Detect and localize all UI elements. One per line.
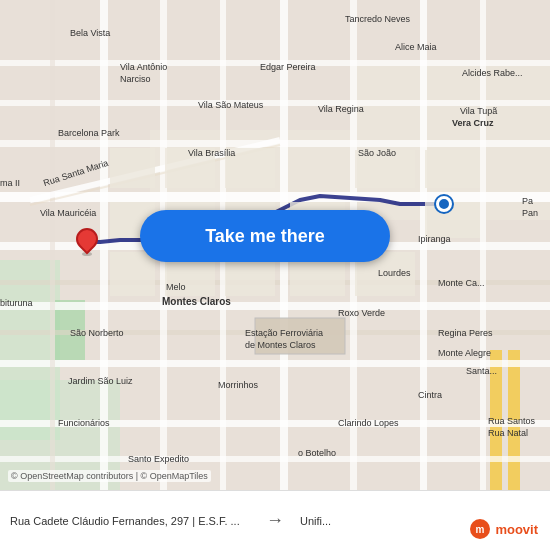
route-from-label: Rua Cadete Cláudio Fernandes, 297 | E.S.… <box>10 515 258 527</box>
svg-rect-8 <box>0 192 550 202</box>
svg-rect-15 <box>0 100 550 106</box>
svg-rect-19 <box>100 0 108 490</box>
svg-rect-13 <box>0 456 550 462</box>
svg-rect-25 <box>480 0 486 490</box>
take-me-there-button[interactable]: Take me there <box>140 210 390 262</box>
svg-rect-36 <box>355 150 415 188</box>
map-attribution: © OpenStreetMap contributors | © OpenMap… <box>8 470 211 482</box>
map-container: Bela Vista Tancredo Neves Alice Maia Alc… <box>0 0 550 490</box>
svg-rect-24 <box>420 0 427 490</box>
moovit-logo-text: moovit <box>495 522 538 537</box>
moovit-logo: m moovit <box>469 518 538 540</box>
svg-rect-38 <box>110 252 155 296</box>
svg-rect-10 <box>0 302 550 310</box>
svg-rect-44 <box>255 318 345 354</box>
svg-rect-26 <box>50 0 55 490</box>
svg-rect-29 <box>110 148 155 188</box>
svg-rect-11 <box>0 360 550 367</box>
svg-rect-37 <box>425 150 480 188</box>
svg-rect-12 <box>0 420 550 427</box>
moovit-icon: m <box>469 518 491 540</box>
svg-rect-30 <box>165 148 215 188</box>
arrow-icon: → <box>258 510 292 531</box>
svg-rect-31 <box>225 148 275 188</box>
svg-text:m: m <box>476 524 485 535</box>
origin-marker <box>436 196 452 212</box>
pin-head <box>71 223 102 254</box>
destination-marker <box>76 228 98 256</box>
svg-rect-43 <box>425 202 480 238</box>
bottom-bar: Rua Cadete Cláudio Fernandes, 297 | E.S.… <box>0 490 550 550</box>
svg-rect-16 <box>0 60 550 66</box>
